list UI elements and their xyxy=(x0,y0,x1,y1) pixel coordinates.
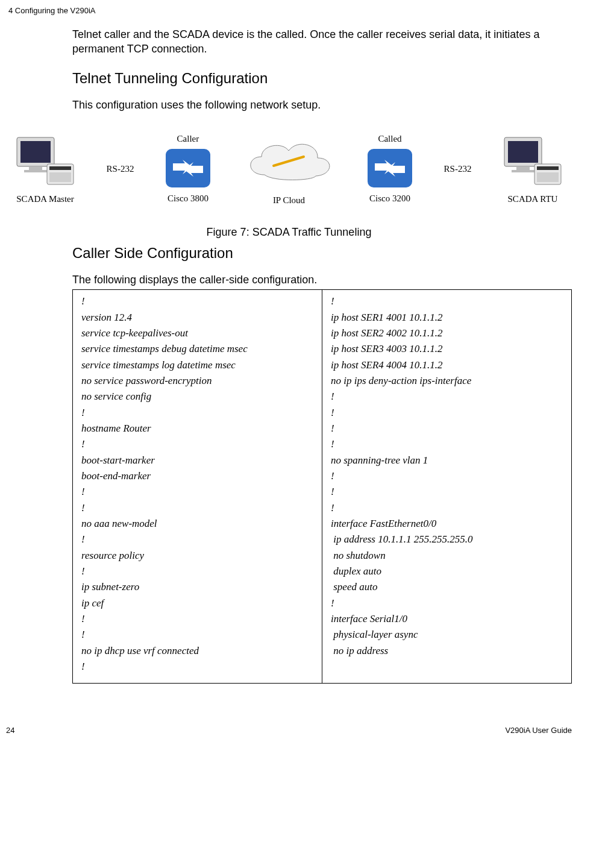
config-line: ! xyxy=(81,500,313,516)
config-line: ! xyxy=(81,484,313,500)
caller-side-heading: Caller Side Configuration xyxy=(72,245,572,262)
config-line: ! xyxy=(331,389,563,404)
config-line: boot-end-marker xyxy=(81,468,313,484)
svg-rect-12 xyxy=(516,166,530,170)
config-line: ip host SER4 4004 10.1.1.2 xyxy=(331,357,563,373)
router-icon xyxy=(364,145,416,191)
svg-rect-2 xyxy=(29,166,42,170)
called-router-node: Called Cisco 3200 xyxy=(364,134,416,204)
config-line: ! xyxy=(81,294,313,309)
config-line: no spanning-tree vlan 1 xyxy=(331,453,563,468)
footer-title: V290iA User Guide xyxy=(505,726,572,735)
config-line: ! xyxy=(81,405,313,421)
config-line: ip host SER2 4002 10.1.1.2 xyxy=(331,326,563,341)
page-number: 24 xyxy=(6,726,14,735)
config-line: ip host SER3 4003 10.1.1.2 xyxy=(331,341,563,357)
pc-icon xyxy=(500,134,566,192)
config-line: ! xyxy=(81,627,313,643)
config-line: no shutdown xyxy=(331,548,563,564)
config-line: ip address 10.1.1.1 255.255.255.0 xyxy=(331,532,563,547)
config-line: ! xyxy=(331,468,563,484)
config-line: physical-layer async xyxy=(331,627,563,643)
telnet-tunneling-heading: Telnet Tunneling Configuration xyxy=(72,70,572,87)
config-line: ! xyxy=(331,500,563,516)
scada-master-node: SCADA Master xyxy=(12,134,78,204)
config-line: ! xyxy=(81,436,313,452)
config-line: no service config xyxy=(81,389,313,404)
config-line: ! xyxy=(331,484,563,500)
svg-rect-5 xyxy=(49,166,71,170)
config-line: interface FastEthernet0/0 xyxy=(331,516,563,532)
cisco3200-label: Cisco 3200 xyxy=(369,193,410,204)
caller-side-para: The following displays the caller-side c… xyxy=(72,272,572,287)
rs232-right-label: RS-232 xyxy=(444,164,472,174)
caller-router-node: Caller Cisco 3800 xyxy=(162,134,214,204)
config-line: version 12.4 xyxy=(81,310,313,326)
config-line: ! xyxy=(81,659,313,675)
config-line: ! xyxy=(331,405,563,421)
config-line: speed auto xyxy=(331,579,563,595)
svg-rect-6 xyxy=(49,172,71,182)
config-right-cell: !ip host SER1 4001 10.1.1.2ip host SER2 … xyxy=(322,290,572,684)
config-line: no service password-encryption xyxy=(81,373,313,389)
page-header: 4 Configuring the V290iA xyxy=(8,6,572,15)
cisco3800-label: Cisco 3800 xyxy=(168,193,208,204)
scada-rtu-node: SCADA RTU xyxy=(500,134,566,204)
config-line: no ip ips deny-action ips-interface xyxy=(331,373,563,389)
figure-caption: Figure 7: SCADA Traffic Tunneling xyxy=(6,226,572,239)
svg-rect-13 xyxy=(512,170,534,172)
config-line: ! xyxy=(81,611,313,627)
config-line: ! xyxy=(81,532,313,547)
svg-rect-15 xyxy=(537,166,559,170)
svg-rect-11 xyxy=(508,141,538,163)
config-line: no ip dhcp use vrf connected xyxy=(81,643,313,659)
network-diagram: SCADA Master RS-232 Caller Cisco 3800 xyxy=(10,129,568,208)
ip-cloud-label: IP Cloud xyxy=(273,195,305,206)
config-line: service timestamps debug datetime msec xyxy=(81,341,313,357)
svg-rect-16 xyxy=(537,172,559,182)
svg-rect-3 xyxy=(24,170,47,172)
config-line: no ip address xyxy=(331,643,563,659)
pc-icon xyxy=(12,134,78,192)
config-line: duplex auto xyxy=(331,564,563,579)
config-line: ! xyxy=(331,436,563,452)
config-line: resource policy xyxy=(81,548,313,564)
telnet-tunneling-para: This configuration uses the following ne… xyxy=(72,98,572,112)
caller-label: Caller xyxy=(177,134,199,144)
scada-master-label: SCADA Master xyxy=(16,194,74,204)
config-line: hostname Router xyxy=(81,421,313,436)
table-row: !version 12.4service tcp-keepalives-outs… xyxy=(73,290,572,684)
called-label: Called xyxy=(378,134,401,144)
config-line: service tcp-keepalives-out xyxy=(81,326,313,341)
cloud-icon xyxy=(240,133,337,193)
config-line: service timestamps log datetime msec xyxy=(81,357,313,373)
ip-cloud-node: IP Cloud xyxy=(240,133,337,206)
config-line: no aaa new-model xyxy=(81,516,313,532)
config-line: ! xyxy=(331,294,563,309)
rs232-left-label: RS-232 xyxy=(107,164,134,174)
figure-scada-tunneling: SCADA Master RS-232 Caller Cisco 3800 xyxy=(6,125,572,218)
config-line: boot-start-marker xyxy=(81,453,313,468)
scada-rtu-label: SCADA RTU xyxy=(508,194,558,204)
intro-paragraph: Telnet caller and the SCADA device is th… xyxy=(72,27,572,57)
config-line: ip subnet-zero xyxy=(81,579,313,595)
config-line: interface Serial1/0 xyxy=(331,611,563,627)
router-icon xyxy=(162,145,214,191)
config-line: ! xyxy=(331,421,563,436)
config-table: !version 12.4service tcp-keepalives-outs… xyxy=(72,289,572,684)
config-line: ! xyxy=(331,596,563,611)
config-left-cell: !version 12.4service tcp-keepalives-outs… xyxy=(73,290,322,684)
svg-rect-1 xyxy=(20,141,51,163)
config-line: ip host SER1 4001 10.1.1.2 xyxy=(331,310,563,326)
config-line: ip cef xyxy=(81,596,313,611)
config-line: ! xyxy=(81,564,313,579)
